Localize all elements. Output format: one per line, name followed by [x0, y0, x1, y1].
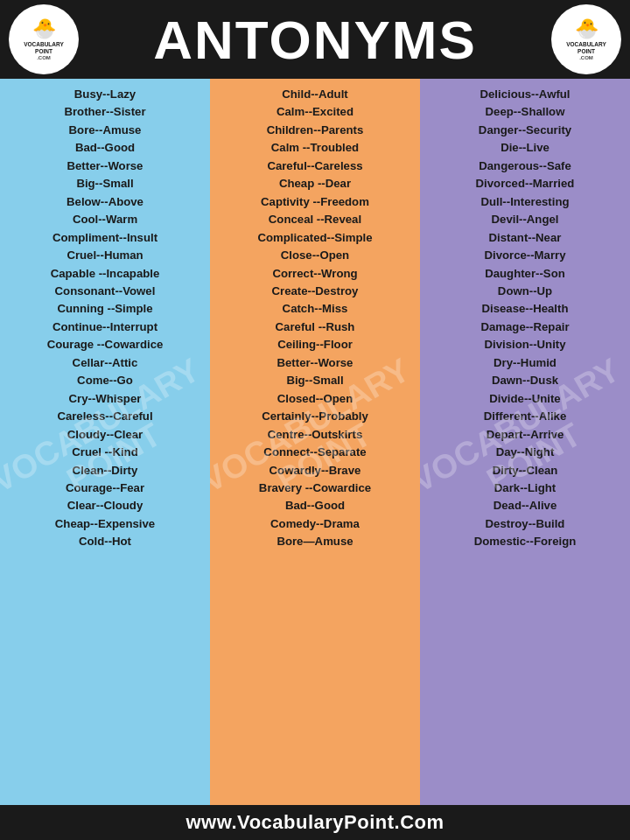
column-right: VOCABULARYPOINT Delicious--AwfulDeep--Sh…	[420, 79, 630, 805]
list-item: Cruel--Human	[47, 247, 164, 264]
list-item: Disease--Health	[474, 300, 577, 318]
list-item: Dangerous--Safe	[474, 158, 577, 175]
logo-right: 🐣 VOCABULARYPOINT .COM	[551, 4, 621, 74]
list-item: Deep--Shallow	[474, 103, 577, 121]
list-item: Close--Open	[257, 247, 372, 264]
list-item: Certainly--Probably	[257, 408, 372, 425]
list-item: Big--Small	[47, 175, 164, 192]
logo-left: 🐣 VOCABULARYPOINT .COM	[9, 4, 79, 74]
list-item: Captivity --Freedom	[257, 193, 372, 211]
mascot-right: 🐣	[575, 18, 598, 40]
list-item: Different--Alike	[474, 408, 577, 425]
list-item: Cellar--Attic	[47, 354, 164, 372]
list-item: Domestic--Foreign	[474, 533, 577, 550]
list-item: Bravery --Cowardice	[257, 480, 372, 497]
logo-com-right: .COM	[579, 55, 593, 61]
list-item: Cowardly--Brave	[257, 462, 372, 480]
header: 🐣 VOCABULARYPOINT .COM ANTONYMS 🐣 VOCABU…	[0, 0, 630, 79]
page-title: ANTONYMS	[153, 9, 477, 71]
list-item: Careful--Careless	[257, 158, 372, 175]
left-items: Busy--LazyBrother--SisterBore--AmuseBad-…	[47, 86, 164, 551]
list-item: Divorce--Marry	[474, 247, 577, 264]
list-item: Brother--Sister	[47, 103, 164, 121]
list-item: Ceiling--Floor	[257, 336, 372, 354]
list-item: Below--Above	[47, 193, 164, 211]
list-item: Comedy--Drama	[257, 515, 372, 533]
list-item: Cloudy--Clear	[47, 426, 164, 444]
list-item: Cheap --Dear	[257, 175, 372, 192]
list-item: Busy--Lazy	[47, 86, 164, 103]
list-item: Courage --Cowardice	[47, 336, 164, 354]
list-item: Divorced--Married	[474, 175, 577, 192]
list-item: Courage--Fear	[47, 480, 164, 497]
list-item: Cheap--Expensive	[47, 515, 164, 533]
list-item: Create--Destroy	[257, 283, 372, 300]
logo-text-right: VOCABULARYPOINT	[566, 41, 606, 55]
logo-com-left: .COM	[37, 55, 51, 61]
list-item: Cunning --Simple	[47, 300, 164, 318]
list-item: Die--Live	[474, 139, 577, 157]
list-item: Dull--Interesting	[474, 193, 577, 211]
list-item: Complicated--Simple	[257, 229, 372, 247]
list-item: Damage--Repair	[474, 318, 577, 336]
list-item: Consonant--Vowel	[47, 283, 164, 300]
list-item: Destroy--Build	[474, 515, 577, 533]
list-item: Bad--Good	[257, 497, 372, 514]
list-item: Bore--Amuse	[47, 122, 164, 139]
logo-text-left: VOCABULARYPOINT	[24, 41, 64, 55]
list-item: Connect--Separate	[257, 444, 372, 461]
list-item: Capable --Incapable	[47, 265, 164, 283]
column-middle: VOCABULARYPOINT Child--AdultCalm--Excite…	[210, 79, 420, 805]
middle-items: Child--AdultCalm--ExcitedChildren--Paren…	[257, 86, 372, 551]
list-item: Child--Adult	[257, 86, 372, 103]
list-item: Daughter--Son	[474, 265, 577, 283]
list-item: Catch--Miss	[257, 300, 372, 318]
list-item: Calm --Troubled	[257, 139, 372, 157]
list-item: Careless--Careful	[47, 408, 164, 425]
list-item: Calm--Excited	[257, 103, 372, 121]
list-item: Clean--Dirty	[47, 462, 164, 480]
footer-text: www.VocabularyPoint.Com	[186, 811, 444, 834]
list-item: Cool--Warm	[47, 211, 164, 228]
list-item: Danger--Security	[474, 122, 577, 139]
list-item: Down--Up	[474, 283, 577, 300]
list-item: Day--Night	[474, 444, 577, 461]
list-item: Dirty--Clean	[474, 462, 577, 480]
list-item: Compliment--Insult	[47, 229, 164, 247]
list-item: Cold--Hot	[47, 533, 164, 550]
list-item: Better--Worse	[47, 158, 164, 175]
footer: www.VocabularyPoint.Com	[0, 805, 630, 840]
list-item: Dead--Alive	[474, 497, 577, 514]
list-item: Conceal --Reveal	[257, 211, 372, 228]
list-item: Divide--Unite	[474, 390, 577, 408]
content-area: VOCABULARYPOINT Busy--LazyBrother--Siste…	[0, 79, 630, 805]
list-item: Division--Unity	[474, 336, 577, 354]
list-item: Big--Small	[257, 372, 372, 389]
list-item: Delicious--Awful	[474, 86, 577, 103]
list-item: Centre--Outskirts	[257, 426, 372, 444]
list-item: Dawn--Dusk	[474, 372, 577, 389]
list-item: Bad--Good	[47, 139, 164, 157]
list-item: Dark--Light	[474, 480, 577, 497]
list-item: Clear--Cloudy	[47, 497, 164, 514]
list-item: Distant--Near	[474, 229, 577, 247]
list-item: Come--Go	[47, 372, 164, 389]
list-item: Dry--Humid	[474, 354, 577, 372]
list-item: Children--Parents	[257, 122, 372, 139]
list-item: Bore—Amuse	[257, 533, 372, 550]
list-item: Careful --Rush	[257, 318, 372, 336]
column-left: VOCABULARYPOINT Busy--LazyBrother--Siste…	[0, 79, 210, 805]
list-item: Continue--Interrupt	[47, 318, 164, 336]
list-item: Better--Worse	[257, 354, 372, 372]
list-item: Depart--Arrive	[474, 426, 577, 444]
list-item: Closed--Open	[257, 390, 372, 408]
list-item: Cry--Whisper	[47, 390, 164, 408]
list-item: Devil--Angel	[474, 211, 577, 228]
list-item: Cruel --Kind	[47, 444, 164, 461]
list-item: Correct--Wrong	[257, 265, 372, 283]
right-items: Delicious--AwfulDeep--ShallowDanger--Sec…	[474, 86, 577, 551]
mascot-left: 🐣	[32, 18, 56, 40]
